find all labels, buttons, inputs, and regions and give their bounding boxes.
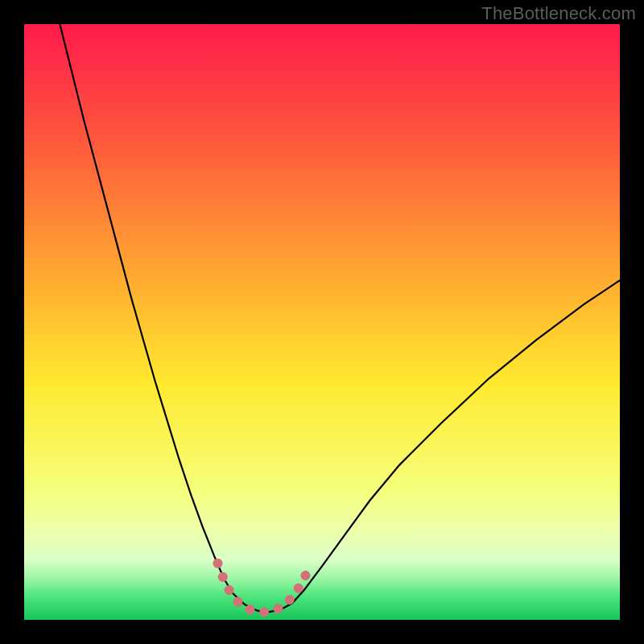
watermark-text: TheBottleneck.com — [481, 3, 636, 24]
chart-frame: TheBottleneck.com — [0, 0, 644, 644]
plot-area — [24, 24, 620, 620]
bottleneck-chart — [24, 24, 620, 620]
gradient-background — [24, 24, 620, 620]
